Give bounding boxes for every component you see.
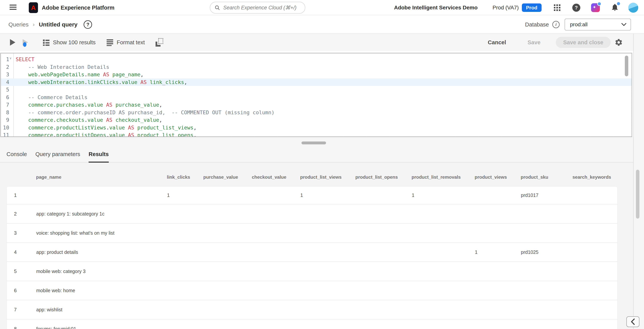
org-switcher[interactable]: Adobe Intelligent Services Demo <box>394 4 478 11</box>
user-avatar[interactable] <box>628 3 638 13</box>
cell-product_sku: prd1025 <box>521 250 573 255</box>
save-button[interactable]: Save <box>528 39 541 46</box>
notifications-bell-icon[interactable] <box>611 3 619 12</box>
code-line-6: 6 -- Commerce Details <box>1 94 632 101</box>
tab-console[interactable]: Console <box>6 148 27 162</box>
column-header-product_views: product_views <box>475 174 521 180</box>
breadcrumb-queries-link[interactable]: Queries <box>8 21 28 28</box>
adobe-logo: A <box>29 2 38 13</box>
sparkle-icon: ✦ <box>592 5 596 10</box>
chevron-left-icon <box>631 318 635 325</box>
top-bar: A Adobe Experience Platform Adobe Intell… <box>0 0 644 15</box>
database-info-icon[interactable]: i <box>552 21 560 28</box>
cell-product_views: 1 <box>475 250 521 255</box>
code-text: commerce.productListOpens.value AS produ… <box>9 132 196 137</box>
table-row-3: 3voice: shopping list: what's on my list <box>7 224 617 243</box>
column-header-product_list_opens: product_list_opens <box>355 174 412 180</box>
cell-product_list_removals: 1 <box>412 192 475 198</box>
show-results-button[interactable]: Show 100 results <box>42 39 96 46</box>
table-row-8: 8forums: forumid:01 <box>7 320 617 329</box>
code-text: web.webPageDetails.name AS page_name, <box>9 72 144 78</box>
table-row-4: 4app: product details1prd1025 <box>7 243 617 262</box>
code-text: commerce.checkouts.value AS checkout_val… <box>9 117 162 123</box>
line-number: 4 <box>1 79 9 85</box>
results-table: 1111prd10172app: category 1: subcategory… <box>6 186 618 329</box>
row-number: 6 <box>7 288 36 293</box>
column-header-page_name: page_name <box>36 174 167 180</box>
assistant-icon[interactable]: ✦ <box>591 3 600 12</box>
row-number: 5 <box>7 268 36 274</box>
cell-link_clicks: 1 <box>167 192 204 198</box>
settings-gear-icon[interactable] <box>614 38 623 46</box>
app-title: Adobe Experience Platform <box>42 0 114 15</box>
fold-chevron-icon[interactable]: ∨ <box>10 56 14 60</box>
help-icon[interactable]: ? <box>572 4 580 12</box>
results-header-row: page_namelink_clickspurchase_valuechecko… <box>6 174 618 180</box>
line-number: 11 <box>1 132 9 137</box>
breadcrumb: Queries › Untitled query ? <box>8 15 92 34</box>
query-toolbar: Show 100 results Format text Cancel Save… <box>0 34 644 51</box>
line-number: 9 <box>1 117 9 123</box>
row-number: 2 <box>7 211 36 217</box>
code-line-8: 8 -- commerce.order.purchaseID AS purcha… <box>1 109 632 116</box>
page-title: Untitled query <box>39 21 78 28</box>
table-row-5: 5mobile web: category 3 <box>7 262 617 281</box>
line-number: 7 <box>1 102 9 108</box>
search-input[interactable] <box>223 5 301 11</box>
database-selector-area: Database i prod:all <box>525 15 631 34</box>
database-select-value: prod:all <box>570 22 588 28</box>
bell-notification-dot <box>616 2 620 6</box>
cell-page_name: mobile web: home <box>36 288 167 293</box>
sub-header: Queries › Untitled query ? Database i pr… <box>0 15 644 34</box>
table-row-1: 1111prd1017 <box>7 186 617 204</box>
adobe-experience-platform-app: A Adobe Experience Platform Adobe Intell… <box>0 0 644 329</box>
run-query-button[interactable] <box>10 39 15 46</box>
line-number: 10 <box>1 124 9 130</box>
toolbar-left: Show 100 results Format text <box>10 34 163 51</box>
cancel-button[interactable]: Cancel <box>488 39 506 46</box>
sql-editor[interactable]: 1∨SELECT2 -- Web Interaction Details3 we… <box>0 53 632 137</box>
tab-results[interactable]: Results <box>88 148 109 162</box>
environment-badge: Prod <box>522 4 542 12</box>
toolbar-right: Cancel Save Save and close <box>488 34 623 51</box>
resize-drag-handle[interactable] <box>302 142 326 144</box>
line-number: 8 <box>1 110 9 116</box>
code-line-7: 7 commerce.purchases.value AS purchase_v… <box>1 101 632 109</box>
cell-product_sku: prd1017 <box>521 192 573 198</box>
run-selected-query-button[interactable] <box>23 39 28 46</box>
code-text: -- commerce.order.purchaseID AS purchase… <box>9 110 274 116</box>
cell-page_name: voice: shopping list: what's on my list <box>36 230 167 236</box>
table-row-6: 6mobile web: home <box>7 281 617 300</box>
code-line-10: 10 commerce.productListViews.value AS pr… <box>1 124 632 132</box>
code-line-4: 4 web.webInteraction.linkClicks.value AS… <box>1 78 632 86</box>
search-icon <box>214 5 220 10</box>
app-switcher-icon[interactable] <box>554 4 560 11</box>
column-header-checkout_value: checkout_value <box>252 174 300 180</box>
results-panel: page_namelink_clickspurchase_valuechecko… <box>0 162 644 329</box>
row-number: 8 <box>7 326 36 329</box>
database-select[interactable]: prod:all <box>564 18 631 30</box>
hamburger-menu-icon[interactable] <box>10 4 17 11</box>
global-search[interactable] <box>210 2 305 14</box>
save-and-close-button[interactable]: Save and close <box>556 37 611 48</box>
selection-tool-button[interactable] <box>156 38 163 46</box>
format-text-button[interactable]: Format text <box>106 39 145 46</box>
column-header-link_clicks: link_clicks <box>167 174 203 180</box>
database-label: Database <box>525 22 549 28</box>
column-header-product_sku: product_sku <box>521 174 572 180</box>
column-header-search_keywords: search_keywords <box>572 174 618 180</box>
results-scrollbar-thumb[interactable] <box>636 170 640 218</box>
collapse-panel-button[interactable] <box>626 316 640 327</box>
table-row-2: 2app: category 1: subcategory 1c <box>7 204 617 224</box>
code-line-2: 2 -- Web Interaction Details <box>1 63 632 71</box>
cell-page_name: app: product details <box>36 250 167 255</box>
code-text: -- Commerce Details <box>9 94 88 100</box>
line-number: 2 <box>1 64 9 70</box>
page-help-icon[interactable]: ? <box>84 20 92 29</box>
code-line-9: 9 commerce.checkouts.value AS checkout_v… <box>1 116 632 124</box>
breadcrumb-separator: › <box>33 22 34 28</box>
format-lines-icon <box>106 39 114 46</box>
chevron-down-icon <box>621 23 626 26</box>
tab-query-parameters[interactable]: Query parameters <box>35 148 80 162</box>
code-line-5: 5 <box>1 86 632 94</box>
